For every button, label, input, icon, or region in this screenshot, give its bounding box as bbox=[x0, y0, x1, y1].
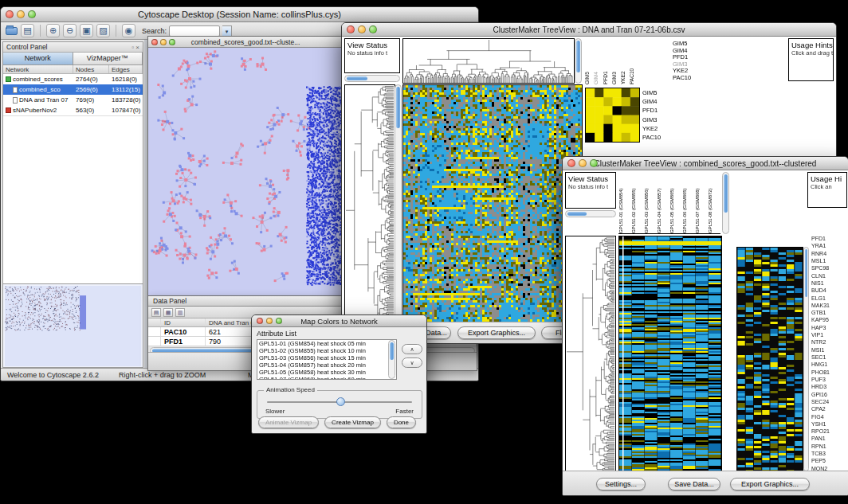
gene-label[interactable]: CPA2 bbox=[811, 406, 848, 412]
search-dropdown-icon[interactable]: ▾ bbox=[222, 25, 232, 37]
attribute-delete-icon[interactable]: ▥ bbox=[175, 308, 185, 317]
zoom-button[interactable] bbox=[369, 25, 377, 33]
gene-label[interactable]: GPI16 bbox=[811, 392, 848, 397]
zoom-column-label[interactable]: PAC10 bbox=[630, 38, 638, 84]
control-panel-tab[interactable]: Network bbox=[3, 53, 73, 64]
matrix-row-label[interactable]: GIM3 bbox=[642, 115, 679, 124]
attribute-select-icon[interactable]: ▤ bbox=[151, 308, 161, 317]
dendrogram-vscrollbar[interactable] bbox=[575, 38, 582, 84]
gene-label[interactable]: RPN1 bbox=[811, 443, 848, 449]
column-label[interactable]: GPL51-03 (GSM856) bbox=[644, 172, 657, 233]
close-button[interactable] bbox=[567, 159, 575, 167]
heatmap-canvas[interactable] bbox=[402, 84, 583, 325]
col-blank[interactable] bbox=[148, 318, 161, 326]
scroll-thumb[interactable] bbox=[567, 212, 587, 216]
matrix-row-label[interactable]: PAC10 bbox=[642, 133, 679, 142]
zoom-out-icon[interactable]: ⊖ bbox=[63, 24, 77, 37]
gene-label[interactable]: RPO21 bbox=[811, 428, 848, 434]
gene-label[interactable]: HRD3 bbox=[811, 384, 848, 389]
attribute-list-item[interactable]: GPL51-01 (GSM854) heat shock 05 min bbox=[257, 340, 396, 347]
main-titlebar[interactable]: Cytoscape Desktop (Session Name: collins… bbox=[1, 7, 478, 22]
gene-label[interactable]: PEP5 bbox=[811, 458, 848, 463]
minimize-button[interactable] bbox=[579, 159, 587, 167]
network-row[interactable]: combined_sco 2569(6) 13112(15) bbox=[3, 84, 143, 95]
dialog-button[interactable]: Done bbox=[387, 416, 416, 428]
gene-label[interactable]: MSL1 bbox=[811, 258, 848, 264]
scroll-thumb[interactable] bbox=[805, 249, 807, 297]
gene-label[interactable]: VIP1 bbox=[811, 332, 848, 338]
save-data-button[interactable]: Save Data... bbox=[668, 478, 720, 490]
column-label[interactable]: GPL51-08 (GSM872) bbox=[708, 172, 720, 233]
zoom-fit-icon[interactable]: ▣ bbox=[80, 24, 93, 37]
matrix-row-label[interactable]: GIM5 bbox=[642, 88, 679, 97]
gene-label[interactable]: SEC24 bbox=[811, 399, 848, 404]
network-view-titlebar[interactable]: combined_scores_good.txt--cluste... bbox=[148, 37, 343, 48]
gene-label[interactable]: TCB3 bbox=[811, 451, 848, 456]
move-down-button[interactable]: ∨ bbox=[402, 357, 422, 368]
control-panel-tab[interactable]: VizMapper™ bbox=[73, 53, 143, 64]
col-edges[interactable]: Edges bbox=[109, 65, 143, 73]
attribute-create-icon[interactable]: ▦ bbox=[163, 308, 173, 317]
gene-label[interactable]: PFD1 bbox=[811, 236, 848, 241]
gene-label[interactable]: YRA1 bbox=[811, 243, 848, 248]
scroll-thumb[interactable] bbox=[724, 174, 728, 213]
attribute-list-item[interactable]: GPL51-07 (GSM868) heat shock 60 min bbox=[257, 376, 396, 380]
treeview1-titlebar[interactable]: ClusterMaker TreeView : DNA and Tran 07-… bbox=[342, 23, 836, 37]
close-button[interactable] bbox=[151, 39, 158, 45]
gene-label[interactable]: CLN1 bbox=[811, 273, 848, 279]
gene-label[interactable]: HAP3 bbox=[811, 325, 848, 330]
zoom-heatmap-canvas[interactable] bbox=[736, 247, 803, 473]
zoom-matrix-canvas[interactable] bbox=[585, 88, 640, 143]
gene-label[interactable]: ELG1 bbox=[811, 295, 848, 301]
column-vscrollbar[interactable] bbox=[722, 172, 729, 234]
row-dendrogram-canvas[interactable] bbox=[565, 236, 616, 473]
export-graphics-button[interactable]: Export Graphics... bbox=[457, 326, 536, 339]
gene-label[interactable]: YSH1 bbox=[811, 421, 848, 427]
zoom-button[interactable] bbox=[590, 159, 598, 167]
matrix-row-label[interactable]: GIM4 bbox=[642, 97, 679, 106]
zoom-button[interactable] bbox=[169, 39, 175, 45]
attribute-list-vscrollbar[interactable] bbox=[388, 340, 395, 379]
gene-label[interactable]: FIG4 bbox=[811, 414, 848, 420]
row-dendrogram-canvas[interactable] bbox=[344, 84, 395, 325]
treeview1-hscrollbar[interactable] bbox=[344, 75, 400, 82]
zoom-column-label[interactable]: YKE2 bbox=[621, 38, 630, 84]
network-row[interactable]: sNAPuberNov2 563(0) 107847(0) bbox=[3, 105, 143, 115]
settings-button[interactable]: Settings... bbox=[596, 478, 646, 490]
treeview2-hscrollbar[interactable] bbox=[565, 210, 616, 217]
gene-label[interactable]: NTR2 bbox=[811, 339, 848, 345]
scroll-thumb[interactable] bbox=[390, 342, 394, 360]
network-overview-canvas[interactable] bbox=[5, 286, 141, 366]
column-label[interactable]: GPL51-07 (GSM868) bbox=[695, 172, 708, 233]
network-row[interactable]: DNA and Tran 07 769(0) 183728(0) bbox=[3, 95, 143, 105]
zoom-column-label[interactable]: GIM4 bbox=[594, 38, 603, 84]
gene-label[interactable]: SPC98 bbox=[811, 265, 848, 271]
scroll-thumb[interactable] bbox=[396, 87, 400, 128]
gene-label[interactable]: PUF3 bbox=[811, 377, 848, 382]
column-label[interactable]: GPL51-01 (GSM854) bbox=[618, 172, 631, 233]
gene-label[interactable]: MSI1 bbox=[811, 347, 848, 353]
export-graphics-button[interactable]: Export Graphics... bbox=[730, 478, 810, 490]
save-session-icon[interactable]: ▤ bbox=[21, 24, 34, 37]
snapshot-icon[interactable]: ◉ bbox=[122, 24, 135, 37]
matrix-row-label[interactable]: YKE2 bbox=[642, 124, 679, 133]
attribute-list-item[interactable]: GPL51-03 (GSM856) heat shock 15 min bbox=[257, 354, 396, 361]
scroll-thumb[interactable] bbox=[576, 41, 580, 72]
animation-speed-slider[interactable] bbox=[267, 401, 412, 403]
zoom-button[interactable] bbox=[28, 10, 36, 18]
treeview2-titlebar[interactable]: ClusterMaker TreeView : combined_scores_… bbox=[563, 157, 848, 170]
gene-label[interactable]: PAN1 bbox=[811, 436, 848, 441]
dialog-button[interactable]: Create Vizmap bbox=[324, 416, 381, 428]
gene-label[interactable]: PAC10 bbox=[673, 75, 713, 82]
zoom-column-label[interactable]: GIM5 bbox=[585, 38, 594, 84]
minimize-button[interactable] bbox=[160, 39, 167, 45]
column-label[interactable]: GPL51-04 (GSM857) bbox=[657, 172, 669, 233]
gene-label[interactable]: RNR4 bbox=[811, 251, 848, 256]
zoom-vscrollbar[interactable] bbox=[803, 247, 809, 471]
matrix-row-label[interactable]: PFD1 bbox=[642, 106, 679, 115]
gene-label[interactable]: BUD4 bbox=[811, 287, 848, 293]
close-button[interactable] bbox=[347, 25, 355, 33]
zoom-in-icon[interactable]: ⊕ bbox=[46, 24, 60, 37]
network-view-canvas[interactable] bbox=[148, 48, 343, 295]
gene-label[interactable]: MAK31 bbox=[811, 303, 848, 308]
